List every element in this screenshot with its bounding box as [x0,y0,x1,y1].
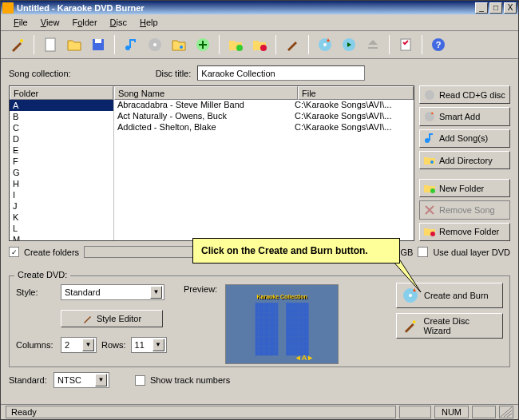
title-bar: Untitled - Karaoke DVD Burner _ □ X [1,1,518,14]
songname-header[interactable]: Song Name [114,86,298,100]
svg-text:?: ? [436,40,442,50]
callout-tooltip: Click on the Create and Burn button. [192,238,400,263]
folder-header[interactable]: Folder [10,86,113,100]
disc-play-icon[interactable] [339,34,359,55]
svg-point-17 [425,90,434,100]
folder-new-icon[interactable] [225,34,246,55]
folder-item[interactable]: I [10,189,113,200]
save-icon[interactable] [88,34,109,55]
song-row[interactable]: Addicted - Shelton, BlakeC:\Karaoke Song… [114,122,414,133]
eject-icon[interactable] [363,34,383,55]
svg-point-21 [430,188,435,193]
create-disc-wizard-button[interactable]: Create Disc Wizard [396,313,503,339]
menu-file[interactable]: FFileile [7,16,34,29]
style-combo[interactable]: Standard▼ [61,284,164,300]
folder-item[interactable]: H [10,178,113,189]
options-icon[interactable] [395,34,416,55]
maximize-button[interactable]: □ [489,2,502,14]
song-collection-label: Song collection: [9,69,71,78]
file-header[interactable]: File [298,86,414,100]
status-ready: Ready [6,406,396,418]
cd-read-icon[interactable] [145,34,165,55]
create-dvd-group: Create DVD: Style: Standard▼ Style Edito… [9,275,510,367]
list-area: Folder ABCDEFGHIJKLMNOP Song Name File A… [9,85,414,241]
menu-folder[interactable]: Folder [65,16,103,29]
folder-item[interactable]: F [10,156,113,167]
folder-item[interactable]: C [10,122,113,133]
standard-combo[interactable]: NTSC▼ [53,372,109,388]
style-editor-button[interactable]: Style Editor [61,310,163,327]
columns-label: Columns: [16,340,56,350]
status-cell-1 [399,406,431,418]
smart-add-button[interactable]: Smart Add [419,107,510,125]
close-button[interactable]: X [504,2,517,14]
svg-point-26 [413,320,416,323]
remove-folder-button[interactable]: Remove Folder [419,223,510,241]
folder-del-icon[interactable] [249,34,270,55]
toolbar: ? [1,31,518,59]
folder-item[interactable]: L [10,223,113,234]
folder-item[interactable]: B [10,111,113,122]
svg-point-6 [153,43,156,46]
brush-icon[interactable] [282,34,303,55]
preview-nav-icon: ◄A► [295,354,314,362]
disc-title-label: Disc title: [156,69,192,78]
help-icon[interactable]: ? [428,34,449,55]
svg-point-0 [20,39,23,42]
read-cdg-button[interactable]: Read CD+G disc [419,85,510,104]
menu-help[interactable]: Help [133,16,164,29]
menu-view[interactable]: View [34,16,66,29]
columns-combo[interactable]: 2▼ [61,337,97,353]
window-title: Untitled - Karaoke DVD Burner [17,3,473,13]
app-window: Untitled - Karaoke DVD Burner _ □ X FFil… [0,0,519,420]
folder-item[interactable]: G [10,167,113,178]
folder-item[interactable]: J [10,200,113,212]
folder-item[interactable]: M [10,234,113,240]
song-list[interactable]: Abracadabra - Steve Miller BandC:\Karaok… [114,100,414,240]
song-column: Song Name File Abracadabra - Steve Mille… [114,86,414,240]
folder-list[interactable]: ABCDEFGHIJKLMNOP [10,100,113,240]
status-bar: Ready NUM [1,404,518,419]
app-icon [2,2,14,14]
open-folder-icon[interactable] [64,34,85,55]
svg-point-18 [425,112,434,121]
create-and-burn-button[interactable]: Create and Burn [396,283,503,308]
new-doc-icon[interactable] [40,34,61,55]
folder-item[interactable]: A [10,100,113,111]
smart-add-icon[interactable] [192,34,213,55]
song-row[interactable]: Act Naturally - Owens, BuckC:\Karaoke So… [114,111,414,122]
preview-label: Preview: [184,284,217,294]
svg-rect-3 [95,39,101,43]
status-num: NUM [434,406,469,418]
folder-item[interactable]: K [10,212,113,223]
new-folder-button[interactable]: New Folder [419,179,510,197]
svg-point-9 [236,45,243,51]
show-track-checkbox[interactable] [135,375,145,386]
add-directory-button[interactable]: Add Directory [419,151,510,169]
style-label: Style: [16,287,56,297]
music-add-icon[interactable] [121,34,141,55]
dual-layer-label: Use dual layer DVD [433,248,510,257]
folder-item[interactable]: E [10,145,113,156]
folder-music-icon[interactable] [168,34,189,55]
menu-disc[interactable]: Disc [104,16,133,29]
rows-label: Rows: [101,340,126,350]
wizard-icon[interactable] [7,34,28,55]
resize-grip[interactable] [499,406,513,418]
disc-title-input[interactable] [197,65,365,81]
svg-point-22 [430,232,435,236]
song-row[interactable]: Abracadabra - Steve Miller BandC:\Karaok… [114,100,414,111]
disc-burn-icon[interactable] [315,34,335,55]
dual-layer-checkbox[interactable] [418,247,428,257]
folder-item[interactable]: D [10,133,113,145]
minimize-button[interactable]: _ [475,2,488,14]
create-folders-label: Create folders [24,248,79,257]
sidebar-buttons: Read CD+G disc Smart Add Add Song(s) Add… [419,85,510,241]
svg-rect-14 [401,39,410,50]
add-songs-button[interactable]: Add Song(s) [419,129,510,148]
menu-bar: FFileile View Folder Disc Help [1,14,518,31]
rows-combo[interactable]: 11▼ [131,337,167,353]
svg-rect-1 [46,38,55,51]
svg-point-12 [323,43,327,46]
create-folders-checkbox[interactable]: ✓ [9,247,19,257]
